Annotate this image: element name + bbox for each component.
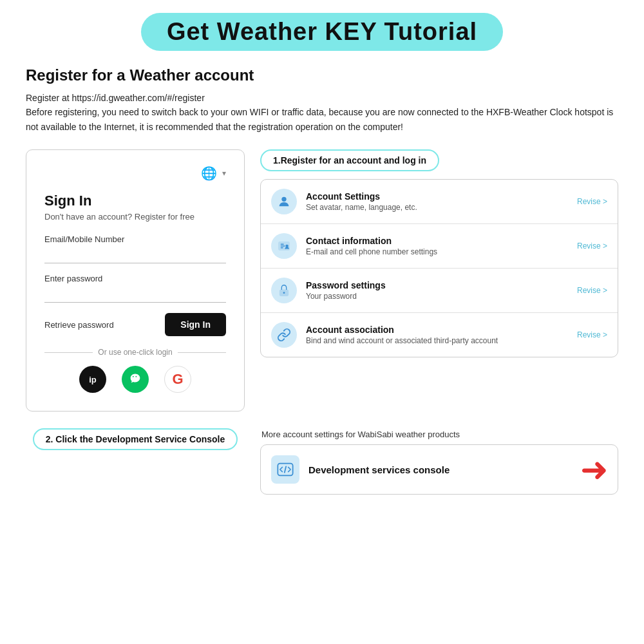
password-desc: Your password xyxy=(306,292,568,301)
bottom-row: 2. Click the Development Service Console… xyxy=(26,423,618,495)
section-subtitle: Register for a Weather account xyxy=(26,66,618,84)
google-icon: G xyxy=(172,371,183,388)
page-title: Get Weather KEY Tutorial xyxy=(167,18,477,46)
dev-console-icon xyxy=(271,455,299,484)
social-login-row: ip G xyxy=(44,366,226,393)
password-text: Password settings Your password xyxy=(306,280,568,301)
more-settings-text: More account settings for WabiSabi weath… xyxy=(260,430,618,439)
association-text: Account association Bind and wind accoun… xyxy=(306,325,568,345)
password-title: Password settings xyxy=(306,280,568,290)
desc-line1: Register at https://id.gweather.com/#/re… xyxy=(26,91,618,105)
signin-box: 🌐 ▾ Sign In Don't have an account? Regis… xyxy=(26,149,245,412)
ip-login-button[interactable]: ip xyxy=(79,366,106,393)
title-section: Get Weather KEY Tutorial xyxy=(26,13,618,51)
wechat-login-button[interactable] xyxy=(122,366,149,393)
desc-line2: Before registering, you need to switch b… xyxy=(26,105,618,134)
or-divider: Or use one-click login xyxy=(44,348,226,357)
dev-console-title: Development services console xyxy=(308,464,450,475)
dev-console-item[interactable]: Development services console ➜ xyxy=(260,444,618,495)
password-revise[interactable]: Revise > xyxy=(577,286,607,295)
settings-list: Account Settings Set avatar, name, langu… xyxy=(260,179,618,357)
google-login-button[interactable]: G xyxy=(164,366,191,393)
divider-line-right xyxy=(178,352,226,353)
account-settings-icon xyxy=(271,189,297,214)
retrieve-password-link[interactable]: Retrieve password xyxy=(44,320,114,330)
password-input[interactable] xyxy=(44,286,226,303)
dropdown-arrow-icon: ▾ xyxy=(222,169,226,178)
description-block: Register at https://id.gweather.com/#/re… xyxy=(26,91,618,134)
settings-item-account: Account Settings Set avatar, name, langu… xyxy=(261,180,618,224)
wechat-icon xyxy=(128,371,142,388)
title-bg: Get Weather KEY Tutorial xyxy=(141,13,503,51)
globe-icon: 🌐 xyxy=(201,166,217,181)
signin-header: 🌐 ▾ xyxy=(44,166,226,181)
association-revise[interactable]: Revise > xyxy=(577,330,607,339)
email-input[interactable] xyxy=(44,247,226,263)
settings-item-association: Account association Bind and wind accoun… xyxy=(261,313,618,357)
contact-desc: E-mail and cell phone number settings xyxy=(306,247,568,256)
divider-line-left xyxy=(44,352,93,353)
content-row: 🌐 ▾ Sign In Don't have an account? Regis… xyxy=(26,149,618,412)
signin-register-text: Don't have an account? Register for free xyxy=(44,212,226,222)
contact-text: Contact information E-mail and cell phon… xyxy=(306,236,568,256)
or-text: Or use one-click login xyxy=(98,348,172,357)
password-icon xyxy=(271,278,297,303)
step1-label: 1.Register for an account and log in xyxy=(260,149,439,171)
signin-title: Sign In xyxy=(44,193,226,209)
ip-icon: ip xyxy=(89,375,97,384)
contact-revise[interactable]: Revise > xyxy=(577,242,607,251)
account-settings-revise[interactable]: Revise > xyxy=(577,197,607,206)
association-icon xyxy=(271,322,297,348)
signin-actions-row: Retrieve password Sign In xyxy=(44,313,226,336)
step2-label-container: 2. Click the Development Service Console xyxy=(26,423,245,458)
settings-item-password: Password settings Your password Revise > xyxy=(261,269,618,313)
settings-item-contact: Contact information E-mail and cell phon… xyxy=(261,224,618,269)
signin-button[interactable]: Sign In xyxy=(165,313,226,336)
account-settings-desc: Set avatar, name, language, etc. xyxy=(306,203,568,212)
step2-right: More account settings for WabiSabi weath… xyxy=(260,423,618,495)
step2-label: 2. Click the Development Service Console xyxy=(33,428,238,450)
svg-point-4 xyxy=(283,292,285,294)
settings-panel: 1.Register for an account and log in Acc… xyxy=(260,149,618,357)
page-container: Get Weather KEY Tutorial Register for a … xyxy=(0,0,644,644)
contact-icon xyxy=(271,233,297,259)
email-label: Email/Mobile Number xyxy=(44,234,226,244)
association-desc: Bind and wind account or associated thir… xyxy=(306,336,568,345)
account-settings-text: Account Settings Set avatar, name, langu… xyxy=(306,191,568,212)
svg-point-0 xyxy=(281,197,286,202)
account-settings-title: Account Settings xyxy=(306,191,568,202)
red-arrow-icon: ➜ xyxy=(580,453,609,486)
association-title: Account association xyxy=(306,325,568,335)
password-label: Enter password xyxy=(44,274,226,283)
contact-title: Contact information xyxy=(306,236,568,246)
